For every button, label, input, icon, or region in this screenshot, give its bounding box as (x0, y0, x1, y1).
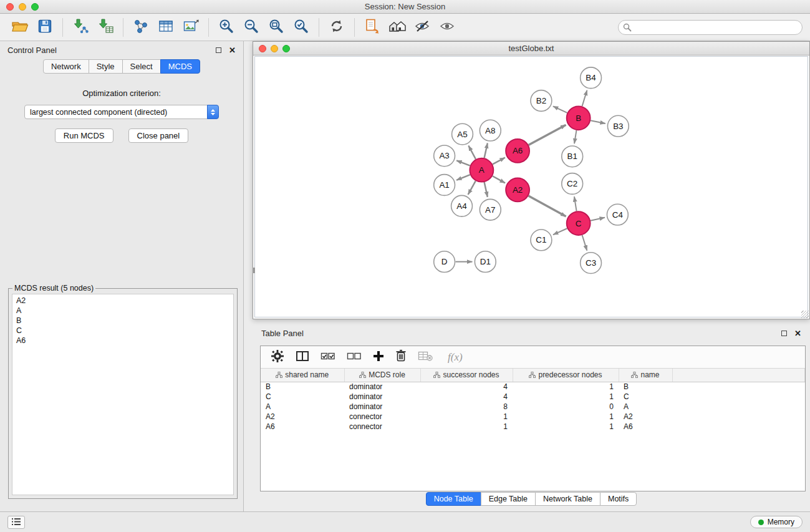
first-neighbors-button[interactable] (385, 16, 410, 39)
table-tab-motifs[interactable]: Motifs (600, 492, 637, 506)
graph-node-A8[interactable]: A8 (480, 120, 501, 141)
graph-node-A1[interactable]: A1 (434, 175, 455, 196)
zoom-out-button[interactable] (239, 16, 264, 39)
table-row[interactable]: A2connector11A2 (261, 412, 805, 422)
search-input[interactable] (618, 20, 803, 35)
graph-edge-A-A4[interactable] (468, 181, 476, 195)
graph-node-D[interactable]: D (434, 251, 455, 273)
column-header-shared-name[interactable]: shared name (261, 369, 344, 382)
graph-node-A5[interactable]: A5 (452, 123, 473, 145)
select-all-button[interactable] (321, 351, 335, 364)
mcds-result-item[interactable]: A (12, 306, 233, 316)
graph-edge-A-A7[interactable] (485, 182, 488, 197)
run-mcds-button[interactable]: Run MCDS (55, 128, 113, 143)
graph-edge-A-A3[interactable] (456, 160, 470, 165)
deselect-all-button[interactable] (347, 351, 362, 364)
graph-edge-A-A2[interactable] (493, 176, 505, 183)
close-panel-button[interactable]: Close panel (128, 128, 189, 143)
zoom-fit-button[interactable] (264, 16, 289, 39)
mcds-result-item[interactable]: A2 (12, 296, 233, 306)
column-header-name[interactable]: name (619, 369, 672, 382)
import-table-button[interactable] (93, 16, 118, 39)
network-window-titlebar[interactable]: testGlobe.txt (253, 42, 809, 56)
column-header-mcds-role[interactable]: MCDS role (344, 369, 420, 382)
table-row[interactable]: Bdominator41B (261, 382, 805, 392)
graph-node-C3[interactable]: C3 (581, 253, 602, 274)
graph-node-A4[interactable]: A4 (451, 195, 473, 216)
graph-edge-C-C2[interactable] (574, 196, 577, 211)
graph-node-A6[interactable]: A6 (506, 139, 529, 163)
network-minimize-button[interactable] (271, 45, 278, 52)
network-zoom-button[interactable] (282, 45, 290, 52)
resize-grip-icon[interactable] (801, 311, 809, 318)
graph-node-B4[interactable]: B4 (581, 67, 602, 89)
zoom-in-button[interactable] (214, 16, 239, 39)
graph-node-C2[interactable]: C2 (562, 173, 583, 195)
graph-edge-B-B4[interactable] (582, 90, 587, 107)
graph-node-B2[interactable]: B2 (531, 90, 552, 112)
optimization-criterion-select[interactable]: largest connected component (directed) (24, 105, 219, 119)
graph-edge-B-B3[interactable] (591, 120, 605, 123)
function-builder-button[interactable]: f(x) (448, 351, 463, 364)
table-row[interactable]: Adominator80A (261, 402, 805, 412)
graph-edge-A-A1[interactable] (456, 175, 470, 180)
network-close-button[interactable] (259, 45, 266, 52)
graph-edge-A6-B[interactable] (529, 125, 566, 145)
control-tab-network[interactable]: Network (43, 59, 89, 74)
table-tab-network-table[interactable]: Network Table (535, 492, 600, 506)
graph-node-C4[interactable]: C4 (607, 204, 628, 225)
open-session-button[interactable] (7, 16, 32, 39)
graph-node-A3[interactable]: A3 (434, 145, 455, 167)
graph-node-A[interactable]: A (470, 158, 493, 182)
task-history-button[interactable] (7, 516, 25, 529)
column-header-predecessor-nodes[interactable]: predecessor nodes (513, 369, 619, 382)
refresh-button[interactable] (324, 16, 349, 39)
save-session-button[interactable] (32, 16, 57, 39)
float-panel-icon[interactable] (216, 47, 221, 53)
graph-node-C[interactable]: C (567, 211, 591, 235)
memory-button[interactable]: Memory (750, 516, 803, 528)
column-header-successor-nodes[interactable]: successor nodes (420, 369, 513, 382)
table-settings-button[interactable] (271, 349, 284, 365)
add-column-button[interactable] (373, 351, 384, 364)
show-columns-button[interactable] (296, 350, 309, 365)
graph-edge-C-C4[interactable] (591, 218, 605, 221)
new-network-button[interactable] (128, 16, 153, 39)
graph-node-C1[interactable]: C1 (531, 230, 552, 251)
minimize-window-button[interactable] (19, 3, 26, 11)
hide-selected-button[interactable] (410, 16, 435, 39)
graph-edge-A-A5[interactable] (468, 145, 476, 159)
graph-edge-A-A6[interactable] (493, 158, 505, 165)
table-row[interactable]: A6connector11A6 (261, 422, 805, 432)
annotation-button[interactable] (360, 16, 385, 39)
delete-table-button[interactable] (418, 351, 433, 364)
graph-node-A7[interactable]: A7 (480, 199, 501, 220)
control-tab-style[interactable]: Style (89, 59, 123, 74)
graph-edge-A2-C[interactable] (529, 196, 566, 216)
graph-edge-A-A8[interactable] (485, 143, 488, 158)
close-window-button[interactable] (6, 3, 14, 11)
graph-node-D1[interactable]: D1 (475, 251, 496, 273)
table-tab-edge-table[interactable]: Edge Table (481, 492, 536, 506)
graph-edge-B-B2[interactable] (553, 106, 567, 113)
graph-node-B3[interactable]: B3 (607, 115, 629, 137)
network-canvas[interactable]: B4B2BB3A5A8A6A3B1AA1C2A2A4A7C4CC1DD1C3 (254, 56, 808, 317)
zoom-window-button[interactable] (31, 3, 39, 11)
graph-edge-C-C1[interactable] (553, 228, 567, 235)
zoom-selected-button[interactable] (289, 16, 314, 39)
mcds-result-item[interactable]: A6 (12, 336, 233, 346)
delete-column-button[interactable] (395, 349, 407, 365)
graph-node-B[interactable]: B (567, 106, 591, 130)
mcds-result-item[interactable]: C (12, 326, 233, 336)
graph-edge-B-B1[interactable] (574, 130, 576, 143)
control-tab-select[interactable]: Select (122, 59, 161, 74)
mcds-result-item[interactable]: B (12, 316, 233, 326)
control-tab-mcds[interactable]: MCDS (160, 59, 200, 74)
close-panel-icon[interactable]: ✕ (229, 46, 236, 54)
table-row[interactable]: Cdominator41C (261, 392, 805, 402)
table-tab-node-table[interactable]: Node Table (426, 492, 481, 506)
show-all-button[interactable] (435, 16, 460, 39)
export-image-button[interactable] (178, 16, 203, 39)
new-table-button[interactable] (153, 16, 178, 39)
mcds-result-list[interactable]: A2ABCA6 (12, 294, 234, 495)
